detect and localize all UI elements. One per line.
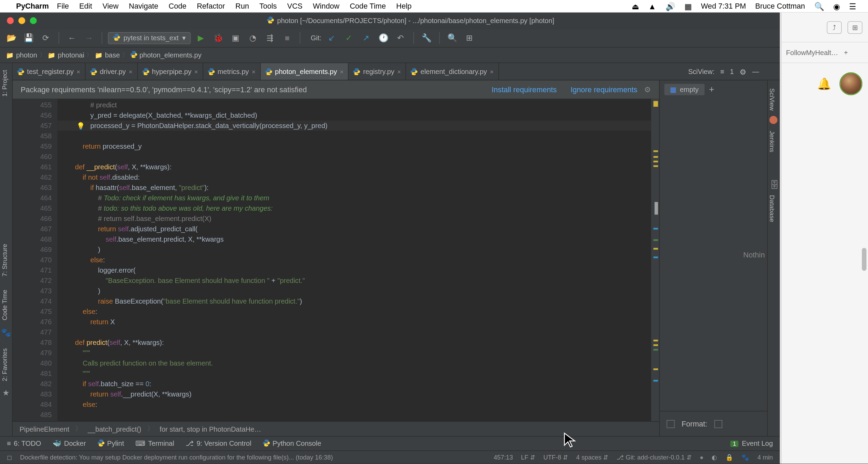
todo-tool-button[interactable]: ≡6: TODO: [7, 440, 41, 447]
structure-tool-button[interactable]: 7: Structure: [0, 239, 9, 281]
menu-window[interactable]: Window: [313, 2, 339, 10]
cursor-position[interactable]: 457:13: [494, 454, 513, 461]
airplay-icon[interactable]: ⏏: [632, 1, 639, 11]
menu-edit[interactable]: Edit: [79, 2, 92, 10]
debug-icon[interactable]: 🐞: [211, 31, 225, 45]
git-commit-icon[interactable]: ✓: [342, 31, 356, 45]
database-icon[interactable]: 🗄: [770, 180, 779, 191]
git-push-icon[interactable]: ↗: [359, 31, 373, 45]
menu-file[interactable]: File: [57, 2, 69, 10]
save-icon[interactable]: 💾: [22, 31, 35, 45]
list-icon[interactable]: ≡: [720, 68, 724, 76]
stop-icon[interactable]: ■: [280, 31, 294, 45]
profile-icon[interactable]: ◔: [246, 31, 260, 45]
siri-icon[interactable]: ◉: [833, 1, 840, 11]
close-window-button[interactable]: [7, 18, 14, 24]
coverage-icon[interactable]: ▣: [229, 31, 242, 45]
user-name[interactable]: Bruce Cottman: [755, 2, 805, 10]
close-tab-icon[interactable]: ×: [397, 68, 401, 75]
editor-tab[interactable]: photon_elements.py×: [261, 63, 349, 80]
breadcrumb-file[interactable]: photon_elements.py: [130, 51, 202, 60]
ignore-requirements-link[interactable]: Ignore requirements: [570, 85, 637, 94]
menu-tools[interactable]: Tools: [259, 2, 277, 10]
search-icon[interactable]: 🔍: [445, 31, 459, 45]
history-icon[interactable]: 🕐: [376, 31, 390, 45]
sync-icon[interactable]: ⟳: [39, 31, 53, 45]
code-content[interactable]: # predict y_pred = delegate(X_batched, *…: [58, 99, 651, 421]
tool-windows-icon[interactable]: ◻: [7, 454, 12, 461]
menu-code[interactable]: Code: [169, 2, 187, 10]
close-tab-icon[interactable]: ×: [490, 68, 494, 75]
intention-bulb-icon[interactable]: 💡: [76, 121, 85, 131]
minimize-icon[interactable]: —: [752, 68, 759, 76]
menu-run[interactable]: Run: [235, 2, 249, 10]
editor-tab[interactable]: test_register.py×: [13, 63, 85, 80]
app-name[interactable]: PyCharm: [16, 2, 49, 10]
menu-view[interactable]: View: [102, 2, 118, 10]
user-avatar[interactable]: [839, 72, 862, 95]
status-dot-icon[interactable]: ●: [700, 454, 703, 461]
sciview-tool-button[interactable]: SciView: [768, 84, 777, 116]
breadcrumb-project[interactable]: 📁photon: [6, 51, 37, 59]
rollback-icon[interactable]: ↶: [394, 31, 407, 45]
favorites-icon[interactable]: ★: [0, 386, 12, 399]
close-tab-icon[interactable]: ×: [340, 68, 344, 75]
zoom-window-button[interactable]: [30, 18, 37, 24]
banner-settings-icon[interactable]: ⚙: [644, 85, 651, 94]
indent[interactable]: 4 spaces ⇵: [576, 454, 609, 461]
menu-refactor[interactable]: Refactor: [197, 2, 225, 10]
menu-navigate[interactable]: Navigate: [129, 2, 158, 10]
share-icon[interactable]: ⤴: [827, 21, 841, 34]
menu-help[interactable]: Help: [396, 2, 412, 10]
close-tab-icon[interactable]: ×: [76, 68, 80, 75]
paw-icon[interactable]: 🐾: [741, 454, 749, 461]
eject-icon[interactable]: ▲: [648, 1, 656, 11]
database-tool-button[interactable]: Database: [768, 191, 777, 227]
code-crumb[interactable]: for start, stop in PhotonDataHe…: [160, 425, 261, 433]
lock-icon[interactable]: 🔒: [725, 454, 733, 461]
git-branch[interactable]: ⎇ Git: add-cluster-0.0.1 ⇵: [617, 454, 692, 461]
editor-tab[interactable]: hyperpipe.py×: [137, 63, 203, 80]
tabs-icon[interactable]: ⊞: [847, 21, 862, 34]
clock[interactable]: Wed 7:31 PM: [701, 2, 746, 10]
project-tool-button[interactable]: 1: Project: [0, 65, 9, 101]
install-requirements-link[interactable]: Install requirements: [492, 85, 557, 94]
code-editor[interactable]: 455456457💡458459460461462463464465466467…: [13, 99, 659, 421]
concurrency-icon[interactable]: ⇶: [263, 31, 277, 45]
close-tab-icon[interactable]: ×: [252, 68, 256, 75]
pylint-tool-button[interactable]: Pylint: [97, 439, 124, 448]
minimize-window-button[interactable]: [18, 18, 25, 24]
encoding[interactable]: UTF-8 ⇵: [543, 454, 568, 461]
new-tab-icon[interactable]: +: [844, 49, 848, 56]
browser-scrollbar[interactable]: [862, 248, 866, 271]
status-mask-icon[interactable]: ◐: [712, 454, 717, 461]
favorites-tool-button[interactable]: 2: Favorites: [0, 344, 9, 386]
code-crumb[interactable]: __batch_predict(): [88, 425, 142, 433]
vcs-tool-button[interactable]: ⎇9: Version Control: [186, 440, 251, 447]
structure-popup-icon[interactable]: ⊞: [463, 31, 476, 45]
codetime-tool-button[interactable]: Code Time: [0, 285, 9, 325]
settings-icon[interactable]: 🔧: [420, 31, 433, 45]
sciview-box[interactable]: [666, 420, 674, 428]
spotlight-icon[interactable]: 🔍: [814, 1, 824, 11]
line-separator[interactable]: LF ⇵: [521, 454, 536, 461]
close-tab-icon[interactable]: ×: [194, 68, 198, 75]
sciview-format-box[interactable]: [714, 420, 722, 428]
notification-center-icon[interactable]: ☰: [849, 1, 857, 11]
app-icon[interactable]: ▦: [684, 1, 692, 11]
run-config-select[interactable]: pytest in tests_ext ▾: [108, 32, 190, 44]
editor-tab[interactable]: element_dictionary.py×: [406, 63, 499, 80]
add-tab-icon[interactable]: +: [709, 84, 714, 95]
event-log-button[interactable]: Event Log: [742, 440, 773, 447]
code-crumb[interactable]: PipelineElement: [20, 425, 70, 433]
back-icon[interactable]: ←: [65, 31, 79, 45]
breadcrumb-photonai[interactable]: 📁photonai: [48, 51, 84, 59]
codetime-icon[interactable]: 🐾: [0, 325, 12, 339]
menu-vcs[interactable]: VCS: [287, 2, 303, 10]
editor-tab[interactable]: driver.py×: [85, 63, 137, 80]
browser-tab-label[interactable]: FollowMyHealt…: [786, 49, 838, 56]
volume-icon[interactable]: 🔊: [665, 1, 675, 11]
forward-icon[interactable]: →: [82, 31, 96, 45]
editor-tab[interactable]: registry.py×: [349, 63, 406, 80]
terminal-tool-button[interactable]: ⌨Terminal: [135, 440, 174, 447]
